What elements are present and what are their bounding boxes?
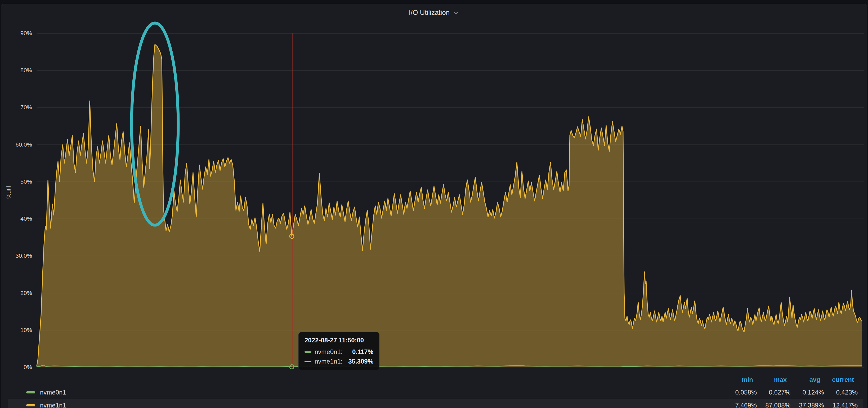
tooltip-series-value: 35.309%: [348, 358, 373, 365]
series-dash-icon: [305, 361, 311, 362]
tooltip-timestamp: 2022-08-27 11:50:00: [305, 337, 373, 344]
chart-tooltip: 2022-08-27 11:50:00 nvme0n1: 0.117% nvme…: [299, 332, 379, 370]
stat-current: 12.417%: [829, 402, 863, 408]
graph-panel: I/O Utilization %util 90%80%70%60.0%50%4…: [1, 4, 867, 408]
legend-series-name: nvme0n1: [40, 389, 66, 396]
series-dash-icon: [305, 351, 311, 353]
hover-point-nvme1n1: [290, 234, 294, 238]
series-swatch-icon: [26, 391, 35, 394]
legend-col-min[interactable]: min: [728, 376, 762, 383]
tooltip-series-value: 0.117%: [352, 348, 373, 355]
stat-current: 0.423%: [829, 389, 863, 396]
tooltip-row: nvme0n1: 0.117%: [305, 347, 373, 357]
legend-series-name: nvme1n1: [40, 402, 66, 408]
time-series-chart[interactable]: [2, 8, 868, 408]
legend-series-toggle[interactable]: nvme1n1: [8, 402, 728, 408]
tooltip-series-label: nvme0n1:: [315, 348, 342, 355]
series-swatch-icon: [26, 404, 35, 406]
legend-col-avg[interactable]: avg: [796, 376, 829, 383]
stat-min: 0.058%: [728, 389, 762, 396]
stat-max: 0.627%: [762, 389, 796, 396]
legend-row-nvme0n1: nvme0n1 0.058% 0.627% 0.124% 0.423%: [8, 386, 863, 399]
legend-row-nvme1n1: nvme1n1 7.469% 87.008% 37.389% 12.417%: [8, 399, 863, 408]
legend-col-current[interactable]: current: [829, 376, 863, 383]
stat-min: 7.469%: [728, 402, 762, 408]
tooltip-row: nvme1n1: 35.309%: [305, 357, 373, 366]
stat-avg: 37.389%: [796, 402, 829, 408]
legend-header: min max avg current: [8, 374, 863, 385]
legend-series-toggle[interactable]: nvme0n1: [8, 389, 728, 396]
stat-avg: 0.124%: [796, 389, 829, 396]
series-area-nvme1n1: [37, 44, 862, 367]
stat-max: 87.008%: [762, 402, 796, 408]
hover-point-nvme0n1: [290, 365, 294, 369]
tooltip-series-label: nvme1n1:: [315, 358, 342, 365]
legend-col-max[interactable]: max: [762, 376, 796, 383]
